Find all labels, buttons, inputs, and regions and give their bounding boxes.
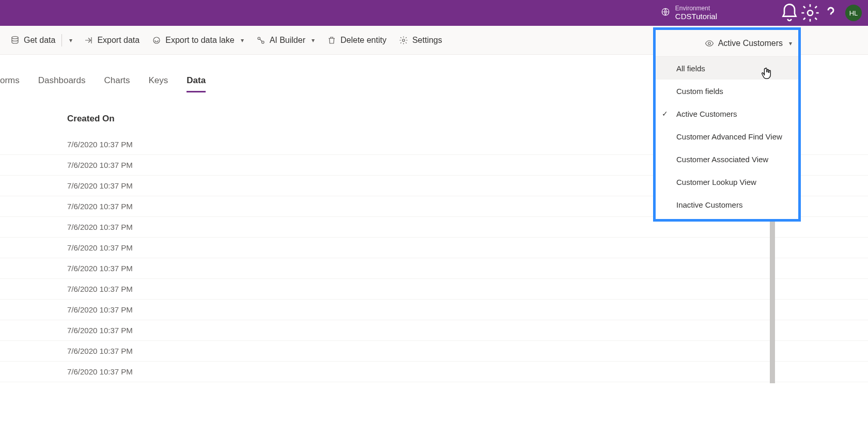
view-option-label: Customer Lookup View	[676, 178, 756, 186]
ai-builder-label: AI Builder	[270, 36, 305, 45]
ai-builder-button[interactable]: AI Builder ▾	[250, 26, 321, 54]
svg-point-6	[402, 39, 405, 41]
export-icon	[84, 36, 93, 45]
cell-created-on: 7/6/2020 10:37 PM	[67, 243, 133, 252]
gear-icon	[399, 36, 408, 45]
tab-data[interactable]: Data	[187, 75, 206, 92]
tab-charts[interactable]: Charts	[104, 75, 130, 92]
view-option-inactive-customers[interactable]: Inactive Customers	[656, 193, 798, 216]
delete-entity-label: Delete entity	[340, 36, 386, 45]
view-option-label: Custom fields	[676, 87, 723, 96]
cell-created-on: 7/6/2020 10:37 PM	[67, 202, 133, 211]
view-option-advanced-find[interactable]: Customer Advanced Find View	[656, 125, 798, 148]
environment-name: CDSTutorial	[675, 12, 717, 21]
eye-icon	[705, 39, 714, 48]
settings-button[interactable]	[800, 3, 820, 23]
cell-created-on: 7/6/2020 10:37 PM	[67, 285, 133, 293]
view-option-label: Customer Advanced Find View	[676, 132, 782, 141]
cell-created-on: 7/6/2020 10:37 PM	[67, 161, 133, 169]
table-row[interactable]: 7/6/2020 10:37 PM	[0, 362, 868, 382]
environment-label: Environment	[675, 5, 717, 12]
view-option-all-fields[interactable]: All fields	[656, 57, 798, 80]
export-data-button[interactable]: Export data	[78, 26, 146, 54]
cell-created-on: 7/6/2020 10:37 PM	[67, 367, 133, 376]
table-row[interactable]: 7/6/2020 10:37 PM	[0, 279, 868, 300]
cell-created-on: 7/6/2020 10:37 PM	[67, 223, 133, 231]
settings-entity-label: Settings	[412, 36, 442, 45]
table-row[interactable]: 7/6/2020 10:37 PM	[0, 258, 868, 279]
cell-created-on: 7/6/2020 10:37 PM	[67, 140, 133, 149]
export-lake-label: Export to data lake	[165, 36, 234, 45]
get-data-button[interactable]: Get data	[4, 26, 61, 54]
cell-created-on: 7/6/2020 10:37 PM	[67, 181, 133, 190]
view-selector-dropdown: Active Customers ▾ All fields Custom fie…	[653, 27, 801, 222]
svg-point-3	[153, 37, 160, 43]
help-button[interactable]	[820, 3, 841, 23]
trash-icon	[327, 36, 336, 45]
ai-icon	[256, 36, 266, 45]
chevron-down-icon: ▾	[312, 37, 315, 44]
view-option-label: Active Customers	[676, 110, 737, 118]
view-option-associated-view[interactable]: Customer Associated View	[656, 148, 798, 170]
database-icon	[10, 36, 20, 45]
globe-icon	[661, 7, 670, 18]
tab-forms[interactable]: orms	[0, 75, 20, 92]
notifications-button[interactable]	[779, 3, 800, 23]
get-data-label: Get data	[24, 36, 55, 45]
view-option-active-customers[interactable]: ✓ Active Customers	[656, 102, 798, 125]
export-data-label: Export data	[97, 36, 140, 45]
cell-created-on: 7/6/2020 10:37 PM	[67, 264, 133, 273]
view-option-label: Inactive Customers	[676, 200, 742, 209]
environment-switcher[interactable]: Environment CDSTutorial	[661, 5, 717, 21]
view-selector-button[interactable]: Active Customers ▾	[656, 30, 798, 57]
check-icon: ✓	[662, 110, 668, 118]
avatar[interactable]: HL	[845, 5, 862, 21]
vertical-scrollbar[interactable]	[770, 218, 775, 383]
table-row[interactable]: 7/6/2020 10:37 PM	[0, 238, 868, 258]
svg-point-1	[808, 10, 813, 15]
view-option-label: Customer Associated View	[676, 155, 768, 164]
settings-entity-button[interactable]: Settings	[393, 26, 448, 54]
view-selector-label: Active Customers	[718, 39, 783, 48]
lake-icon	[152, 36, 161, 45]
view-option-custom-fields[interactable]: Custom fields	[656, 80, 798, 102]
view-option-lookup-view[interactable]: Customer Lookup View	[656, 170, 798, 193]
svg-point-7	[708, 42, 710, 44]
get-data-chevron[interactable]: ▾	[62, 26, 78, 54]
svg-point-2	[12, 36, 18, 39]
table-row[interactable]: 7/6/2020 10:37 PM	[0, 341, 868, 362]
export-lake-button[interactable]: Export to data lake ▾	[146, 26, 250, 54]
view-option-label: All fields	[676, 64, 705, 73]
table-row[interactable]: 7/6/2020 10:37 PM	[0, 320, 868, 341]
tab-dashboards[interactable]: Dashboards	[38, 75, 86, 92]
cell-created-on: 7/6/2020 10:37 PM	[67, 347, 133, 355]
cell-created-on: 7/6/2020 10:37 PM	[67, 326, 133, 335]
tab-keys[interactable]: Keys	[149, 75, 168, 92]
table-row[interactable]: 7/6/2020 10:37 PM	[0, 300, 868, 320]
cell-created-on: 7/6/2020 10:37 PM	[67, 305, 133, 314]
app-header: Environment CDSTutorial HL	[0, 0, 868, 26]
chevron-down-icon: ▾	[69, 37, 72, 44]
chevron-down-icon: ▾	[241, 37, 244, 44]
delete-entity-button[interactable]: Delete entity	[321, 26, 393, 54]
chevron-down-icon: ▾	[789, 40, 792, 47]
